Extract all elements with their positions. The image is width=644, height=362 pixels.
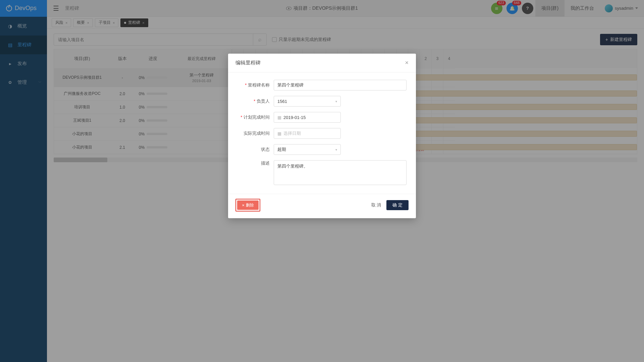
chevron-down-icon: ▾ <box>335 100 337 103</box>
edit-milestone-modal: 编辑里程碑 × 里程碑名称 第四个里程碑 负责人 1561 ▾ 计划完成时间 ▦… <box>228 54 416 218</box>
date-plan[interactable]: ▦ 2019-01-15 <box>274 112 341 123</box>
date-actual[interactable]: ▦ 选择日期 <box>274 128 341 139</box>
cancel-button[interactable]: 取 消 <box>366 200 387 210</box>
label-desc: 描述 <box>237 160 274 166</box>
select-status[interactable]: 超期 ▾ <box>274 144 341 155</box>
modal-footer: 删除 取 消 确 定 <box>228 194 416 218</box>
label-actual-date: 实际完成时间 <box>237 130 274 136</box>
delete-button-label: 删除 <box>246 202 254 208</box>
modal-overlay: 编辑里程碑 × 里程碑名称 第四个里程碑 负责人 1561 ▾ 计划完成时间 ▦… <box>0 0 644 362</box>
label-owner: 负责人 <box>237 98 274 104</box>
modal-close-button[interactable]: × <box>405 59 409 66</box>
select-owner-value: 1561 <box>277 99 287 104</box>
calendar-icon: ▦ <box>277 115 281 120</box>
select-status-value: 超期 <box>277 146 286 153</box>
modal-title: 编辑里程碑 <box>235 60 261 66</box>
delete-button-highlight: 删除 <box>235 199 260 212</box>
delete-button[interactable]: 删除 <box>237 200 259 210</box>
label-status: 状态 <box>237 146 274 153</box>
date-plan-value: 2019-01-15 <box>283 115 306 120</box>
textarea-desc[interactable] <box>274 160 407 185</box>
label-plan-date: 计划完成时间 <box>237 114 274 120</box>
select-owner[interactable]: 1561 ▾ <box>274 96 341 107</box>
chevron-down-icon: ▾ <box>335 148 337 152</box>
ok-button[interactable]: 确 定 <box>386 200 409 210</box>
input-name[interactable]: 第四个里程碑 <box>274 80 407 90</box>
modal-header: 编辑里程碑 × <box>228 54 416 72</box>
close-icon <box>242 203 245 207</box>
calendar-icon: ▦ <box>277 131 281 136</box>
date-actual-placeholder: 选择日期 <box>283 130 301 136</box>
modal-body: 里程碑名称 第四个里程碑 负责人 1561 ▾ 计划完成时间 ▦ 2019-01… <box>228 72 416 194</box>
label-name: 里程碑名称 <box>237 82 274 88</box>
input-name-value: 第四个里程碑 <box>277 82 304 88</box>
